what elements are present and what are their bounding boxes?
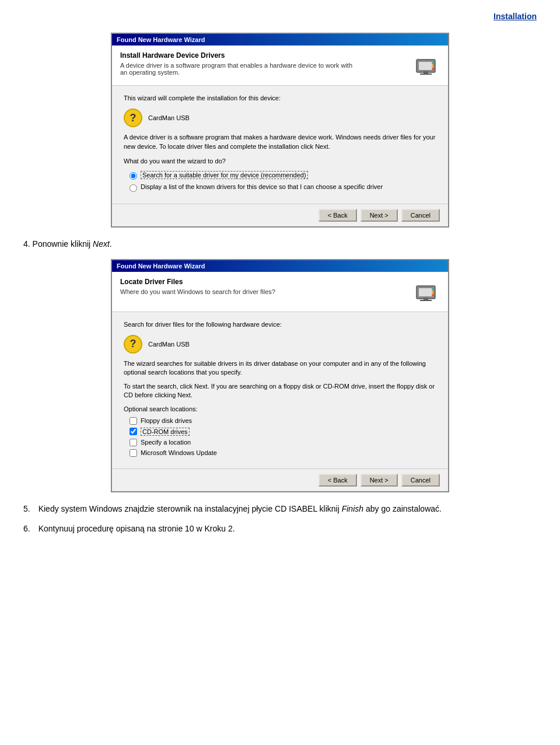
svg-point-11 xyxy=(432,288,434,291)
wizard2-check2-item[interactable]: CD-ROM drives xyxy=(130,428,436,436)
wizard2-check3[interactable] xyxy=(130,439,137,446)
wizard2-check4-item[interactable]: Microsoft Windows Update xyxy=(130,449,436,457)
page-header: Installation xyxy=(23,12,537,21)
step6-text: 6. Kontynuuj procedurę opisaną na stroni… xyxy=(23,524,537,533)
wizard2-cancel-button[interactable]: Cancel xyxy=(401,474,440,487)
wizard2-intro: Search for driver files for the followin… xyxy=(124,320,436,329)
wizard2-check3-item[interactable]: Specify a location xyxy=(130,439,436,446)
wizard1-radio-group: Search for a suitable driver for my devi… xyxy=(130,171,436,192)
step4-italic: Next xyxy=(93,239,110,249)
wizard1-radio1[interactable] xyxy=(130,172,137,180)
wizard1-radio1-label: Search for a suitable driver for my devi… xyxy=(141,171,308,179)
wizard1-titlebar: Found New Hardware Wizard xyxy=(112,34,448,46)
wizard2-check1-item[interactable]: Floppy disk drives xyxy=(130,417,436,425)
wizard-dialog-2: Found New Hardware Wizard Locate Driver … xyxy=(111,259,449,492)
wizard2-check1[interactable] xyxy=(130,417,137,425)
question-icon-1: ? xyxy=(124,109,142,127)
wizard2-check1-label: Floppy disk drives xyxy=(141,417,192,424)
wizard1-header: Install Hardware Device Drivers A device… xyxy=(112,46,448,86)
svg-rect-9 xyxy=(424,298,428,300)
wizard1-header-desc: A device driver is a software program th… xyxy=(120,62,354,76)
wizard1-body-desc: A device driver is a software program th… xyxy=(124,133,436,151)
svg-rect-10 xyxy=(420,300,432,301)
step6-label: 6. Kontynuuj procedurę opisaną na stroni… xyxy=(23,524,235,533)
svg-rect-8 xyxy=(419,288,433,296)
wizard2-check2[interactable] xyxy=(130,428,137,435)
step5-italic: Finish xyxy=(342,504,363,513)
wizard2-back-button[interactable]: < Back xyxy=(318,474,357,487)
svg-rect-1 xyxy=(419,62,433,70)
wizard2-body: Search for driver files for the followin… xyxy=(112,312,448,468)
wizard1-question: What do you want the wizard to do? xyxy=(124,157,436,166)
wizard2-check4[interactable] xyxy=(130,449,137,457)
wizard1-body: This wizard will complete the installati… xyxy=(112,86,448,204)
wizard1-cancel-button[interactable]: Cancel xyxy=(401,209,440,222)
wizard2-body-desc1: The wizard searches for suitable drivers… xyxy=(124,359,436,377)
wizard2-check2-label: CD-ROM drives xyxy=(141,428,190,436)
step4-text: 4. Ponownie kliknij Next. xyxy=(23,239,537,249)
svg-point-12 xyxy=(432,291,434,293)
svg-point-6 xyxy=(432,68,434,70)
wizard1-intro: This wizard will complete the installati… xyxy=(124,94,436,103)
wizard1-radio2-item[interactable]: Display a list of the known drivers for … xyxy=(130,183,436,192)
wizard1-footer: < Back Next > Cancel xyxy=(112,204,448,226)
svg-point-13 xyxy=(432,294,434,296)
step5-label: 5. Kiedy system Windows znajdzie sterown… xyxy=(23,504,340,513)
wizard2-optional-label: Optional search locations: xyxy=(124,405,436,414)
wizard2-checkbox-group: Floppy disk drives CD-ROM drives Specify… xyxy=(130,417,436,457)
hardware-icon-2 xyxy=(412,278,440,306)
wizard1-next-button[interactable]: Next > xyxy=(360,209,398,222)
step4-label: 4. Ponownie kliknij xyxy=(23,239,90,249)
hardware-icon-1 xyxy=(412,51,440,79)
wizard2-titlebar: Found New Hardware Wizard xyxy=(112,260,448,272)
wizard1-device-row: ? CardMan USB xyxy=(124,109,436,127)
wizard1-device-name: CardMan USB xyxy=(148,114,190,121)
step4-dot: . xyxy=(110,239,112,249)
wizard1-radio2-label: Display a list of the known drivers for … xyxy=(141,183,383,190)
header-title: Installation xyxy=(494,12,537,21)
wizard2-check3-label: Specify a location xyxy=(141,439,191,446)
step5-text: 5. Kiedy system Windows znajdzie sterown… xyxy=(23,504,537,513)
wizard2-header: Locate Driver Files Where do you want Wi… xyxy=(112,272,448,312)
svg-point-4 xyxy=(432,62,434,64)
wizard1-header-title: Install Hardware Device Drivers xyxy=(120,51,354,60)
wizard2-device-name: CardMan USB xyxy=(148,341,190,348)
wizard-dialog-1: Found New Hardware Wizard Install Hardwa… xyxy=(111,33,449,228)
wizard2-header-title: Locate Driver Files xyxy=(120,278,275,286)
svg-point-5 xyxy=(432,65,434,67)
svg-rect-3 xyxy=(420,74,432,75)
wizard1-radio1-item[interactable]: Search for a suitable driver for my devi… xyxy=(130,171,436,180)
wizard2-header-desc: Where do you want Windows to search for … xyxy=(120,288,275,295)
question-icon-2: ? xyxy=(124,335,142,354)
step5-rest: aby go zainstalować. xyxy=(366,504,442,513)
wizard2-check4-label: Microsoft Windows Update xyxy=(141,449,217,456)
wizard1-header-text: Install Hardware Device Drivers A device… xyxy=(120,51,354,76)
wizard2-body-desc2: To start the search, click Next. If you … xyxy=(124,382,436,400)
wizard2-footer: < Back Next > Cancel xyxy=(112,468,448,491)
wizard1-radio2[interactable] xyxy=(130,184,137,192)
wizard2-next-button[interactable]: Next > xyxy=(360,474,398,487)
wizard2-header-text: Locate Driver Files Where do you want Wi… xyxy=(120,278,275,295)
wizard1-back-button[interactable]: < Back xyxy=(318,209,357,222)
svg-rect-2 xyxy=(424,71,428,74)
wizard2-device-row: ? CardMan USB xyxy=(124,335,436,354)
